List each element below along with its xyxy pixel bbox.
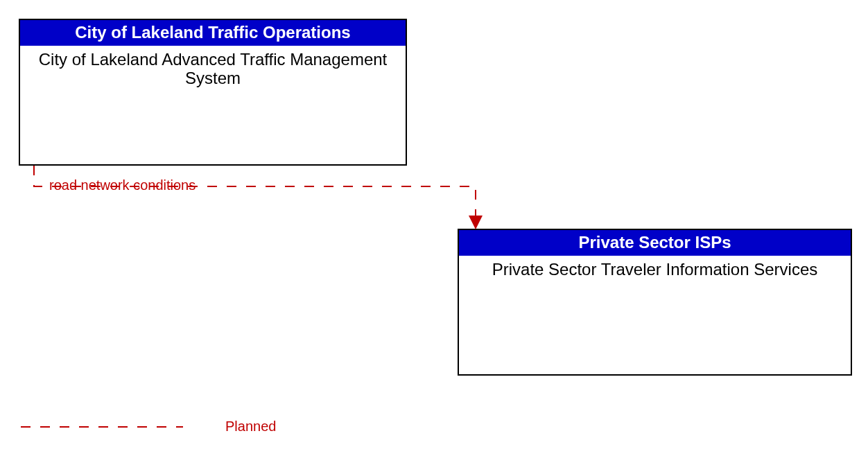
- entity-box-source: City of Lakeland Traffic Operations City…: [19, 19, 407, 166]
- entity-box-target: Private Sector ISPs Private Sector Trave…: [458, 229, 852, 376]
- legend-label-planned: Planned: [225, 419, 276, 435]
- entity-header-target: Private Sector ISPs: [459, 230, 851, 256]
- entity-body-target: Private Sector Traveler Information Serv…: [459, 256, 851, 283]
- flow-label-road-network-conditions: road network conditions: [49, 177, 196, 193]
- flow-line-road-network-conditions: [34, 166, 476, 227]
- entity-header-source: City of Lakeland Traffic Operations: [20, 20, 406, 46]
- entity-body-source: City of Lakeland Advanced Traffic Manage…: [20, 46, 406, 92]
